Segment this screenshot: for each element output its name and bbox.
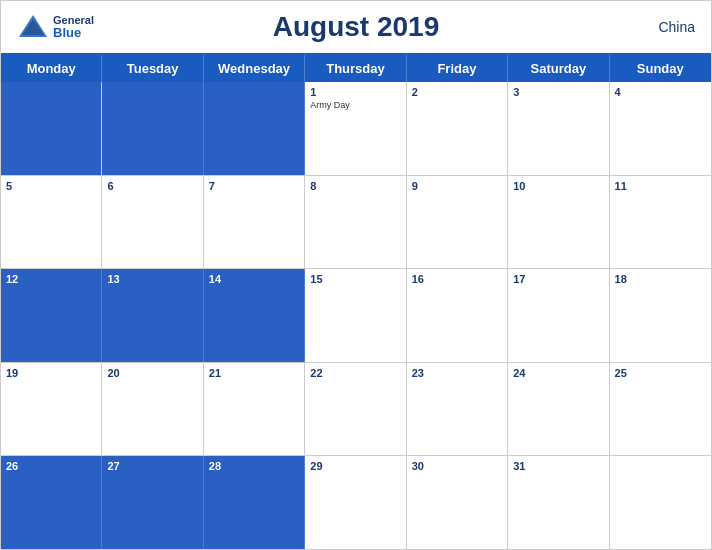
day-number: 15	[310, 272, 400, 286]
header-friday: Friday	[407, 55, 508, 82]
day-number: 6	[107, 179, 197, 193]
week-row-5: 26 27 28 29 30 31	[1, 456, 711, 549]
week-row-3: 12 13 14 15 16 17 18	[1, 269, 711, 363]
logo-wrapper: General Blue	[17, 13, 94, 41]
day-number: 31	[513, 459, 603, 473]
month-title: August 2019	[273, 11, 440, 43]
day-cell-aug1: 1 Army Day	[305, 82, 406, 175]
header-sunday: Sunday	[610, 55, 711, 82]
day-cell-aug30: 30	[407, 456, 508, 549]
day-cell-aug16: 16	[407, 269, 508, 362]
day-cell-aug22: 22	[305, 363, 406, 456]
calendar-header: General Blue August 2019 China	[1, 1, 711, 53]
day-number: 9	[412, 179, 502, 193]
header-wednesday: Wednesday	[204, 55, 305, 82]
header-saturday: Saturday	[508, 55, 609, 82]
day-cell-aug20: 20	[102, 363, 203, 456]
week-row-4: 19 20 21 22 23 24 25	[1, 363, 711, 457]
day-number: 23	[412, 366, 502, 380]
svg-marker-1	[22, 19, 44, 35]
day-number: 2	[412, 85, 502, 99]
day-cell-aug29: 29	[305, 456, 406, 549]
day-number: 27	[107, 459, 197, 473]
day-number: 18	[615, 272, 706, 286]
day-cell-aug10: 10	[508, 176, 609, 269]
day-number: 5	[6, 179, 96, 193]
logo-icon	[17, 13, 49, 41]
day-cell-aug24: 24	[508, 363, 609, 456]
day-cell-empty-end	[610, 456, 711, 549]
day-cell-aug2: 2	[407, 82, 508, 175]
day-number: 13	[107, 272, 197, 286]
day-cell	[204, 82, 305, 175]
day-number: 24	[513, 366, 603, 380]
day-number: 7	[209, 179, 299, 193]
day-cell-aug3: 3	[508, 82, 609, 175]
day-number: 10	[513, 179, 603, 193]
event-army-day: Army Day	[310, 100, 400, 110]
day-number: 14	[209, 272, 299, 286]
day-number: 8	[310, 179, 400, 193]
country-label: China	[658, 19, 695, 35]
day-cell-aug7: 7	[204, 176, 305, 269]
day-number: 12	[6, 272, 96, 286]
logo-blue-text: Blue	[53, 26, 94, 40]
day-number: 29	[310, 459, 400, 473]
day-number: 26	[6, 459, 96, 473]
day-cell-aug26: 26	[1, 456, 102, 549]
day-cell-aug9: 9	[407, 176, 508, 269]
day-cell-aug25: 25	[610, 363, 711, 456]
day-cell-aug14: 14	[204, 269, 305, 362]
day-number: 17	[513, 272, 603, 286]
day-number: 20	[107, 366, 197, 380]
day-cell-aug23: 23	[407, 363, 508, 456]
day-cell-aug18: 18	[610, 269, 711, 362]
day-cell-aug21: 21	[204, 363, 305, 456]
day-number: 4	[615, 85, 706, 99]
week-row-2: 5 6 7 8 9 10 11	[1, 176, 711, 270]
day-cell-aug19: 19	[1, 363, 102, 456]
day-cell-aug6: 6	[102, 176, 203, 269]
day-number: 3	[513, 85, 603, 99]
day-cell-aug11: 11	[610, 176, 711, 269]
day-number: 25	[615, 366, 706, 380]
day-number: 11	[615, 179, 706, 193]
day-number: 16	[412, 272, 502, 286]
day-number: 21	[209, 366, 299, 380]
day-headers-row: Monday Tuesday Wednesday Thursday Friday…	[1, 55, 711, 82]
day-cell-aug17: 17	[508, 269, 609, 362]
day-number: 1	[310, 85, 400, 99]
day-number: 28	[209, 459, 299, 473]
day-cell	[102, 82, 203, 175]
day-cell-aug4: 4	[610, 82, 711, 175]
day-cell-aug8: 8	[305, 176, 406, 269]
logo-area: General Blue	[17, 13, 94, 41]
day-number: 19	[6, 366, 96, 380]
day-cell-aug15: 15	[305, 269, 406, 362]
logo-text: General Blue	[53, 14, 94, 40]
header-thursday: Thursday	[305, 55, 406, 82]
day-cell-aug27: 27	[102, 456, 203, 549]
day-cell-aug13: 13	[102, 269, 203, 362]
day-cell-aug12: 12	[1, 269, 102, 362]
day-cell-aug31: 31	[508, 456, 609, 549]
day-cell-aug5: 5	[1, 176, 102, 269]
day-cell	[1, 82, 102, 175]
calendar-grid: Monday Tuesday Wednesday Thursday Friday…	[1, 53, 711, 549]
day-number: 30	[412, 459, 502, 473]
weeks-container: 1 Army Day 2 3 4 5 6	[1, 82, 711, 549]
day-cell-aug28: 28	[204, 456, 305, 549]
header-monday: Monday	[1, 55, 102, 82]
calendar-container: General Blue August 2019 China Monday Tu…	[0, 0, 712, 550]
header-tuesday: Tuesday	[102, 55, 203, 82]
day-number: 22	[310, 366, 400, 380]
week-row-1: 1 Army Day 2 3 4	[1, 82, 711, 176]
